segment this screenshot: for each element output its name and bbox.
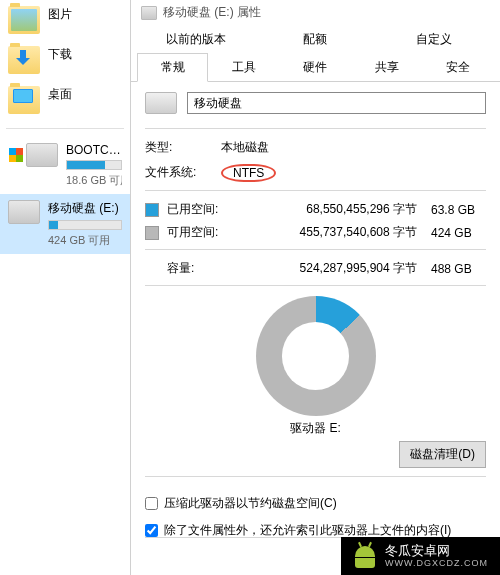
free-space-gb: 424 GB xyxy=(431,226,486,240)
drive-usage-bar xyxy=(66,160,122,170)
compress-label: 压缩此驱动器以节约磁盘空间(C) xyxy=(164,495,337,512)
quick-access-label: 桌面 xyxy=(48,86,72,103)
tab-general[interactable]: 常规 xyxy=(137,53,208,82)
capacity-gb: 488 GB xyxy=(431,262,486,276)
drive-name: 移动硬盘 (E:) xyxy=(48,200,122,217)
downloads-icon xyxy=(8,46,40,74)
filesystem-label: 文件系统: xyxy=(145,164,205,182)
used-space-label: 已用空间: xyxy=(167,201,222,218)
properties-dialog: 移动硬盘 (E:) 属性 以前的版本 配额 自定义 常规 工具 硬件 共享 安全… xyxy=(130,0,500,575)
free-space-label: 可用空间: xyxy=(167,224,222,241)
disk-cleanup-button[interactable]: 磁盘清理(D) xyxy=(399,441,486,468)
tab-security[interactable]: 安全 xyxy=(423,53,494,82)
tab-quota[interactable]: 配额 xyxy=(256,25,375,54)
drive-free-text: 18.6 GB 可用 xyxy=(66,173,122,188)
drive-large-icon xyxy=(145,92,177,114)
tab-previous-versions[interactable]: 以前的版本 xyxy=(137,25,256,54)
drive-icon xyxy=(8,200,40,224)
filesystem-value: NTFS xyxy=(221,164,276,182)
index-checkbox-row[interactable]: 除了文件属性外，还允许索引此驱动器上文件的内容(I) xyxy=(145,522,486,537)
type-value: 本地磁盘 xyxy=(221,139,269,156)
usage-pie-chart xyxy=(256,296,376,416)
tab-tools[interactable]: 工具 xyxy=(208,53,279,82)
drive-name: BOOTCAMP ( xyxy=(66,143,122,157)
type-label: 类型: xyxy=(145,139,205,156)
drive-free-text: 424 GB 可用 xyxy=(48,233,122,248)
tab-sharing[interactable]: 共享 xyxy=(351,53,422,82)
index-checkbox[interactable] xyxy=(145,524,158,537)
desktop-icon xyxy=(8,86,40,114)
index-label: 除了文件属性外，还允许索引此驱动器上文件的内容(I) xyxy=(164,522,451,537)
capacity-label: 容量: xyxy=(167,260,222,277)
watermark-url: WWW.DGXCDZ.COM xyxy=(385,558,488,569)
quick-access-pictures[interactable]: 图片 xyxy=(0,0,130,40)
drive-item-removable[interactable]: 移动硬盘 (E:) 424 GB 可用 xyxy=(0,194,130,254)
quick-access-label: 下载 xyxy=(48,46,72,63)
watermark: 冬瓜安卓网 WWW.DGXCDZ.COM xyxy=(341,537,500,575)
quick-access-downloads[interactable]: 下载 xyxy=(0,40,130,80)
pie-chart-label: 驱动器 E: xyxy=(145,420,486,437)
separator xyxy=(6,128,124,129)
explorer-sidebar: 图片 下载 桌面 BOOTCAMP ( 18.6 GB 可用 移动硬盘 (E:) xyxy=(0,0,130,575)
tab-hardware[interactable]: 硬件 xyxy=(280,53,351,82)
quick-access-label: 图片 xyxy=(48,6,72,23)
tab-content-general: 类型: 本地磁盘 文件系统: NTFS 已用空间: 68,550,455,296… xyxy=(131,82,500,537)
tab-customize[interactable]: 自定义 xyxy=(375,25,494,54)
used-space-gb: 63.8 GB xyxy=(431,203,486,217)
watermark-name: 冬瓜安卓网 xyxy=(385,543,488,559)
drive-usage-bar xyxy=(48,220,122,230)
drive-label-input[interactable] xyxy=(187,92,486,114)
compress-checkbox-row[interactable]: 压缩此驱动器以节约磁盘空间(C) xyxy=(145,495,486,512)
compress-checkbox[interactable] xyxy=(145,497,158,510)
used-space-bytes: 68,550,455,296 字节 xyxy=(230,201,423,218)
capacity-bytes: 524,287,995,904 字节 xyxy=(230,260,423,277)
drive-icon xyxy=(26,143,58,167)
android-icon xyxy=(353,544,377,568)
dialog-title: 移动硬盘 (E:) 属性 xyxy=(131,0,500,25)
used-swatch-icon xyxy=(145,203,159,217)
free-space-bytes: 455,737,540,608 字节 xyxy=(230,224,423,241)
drive-item-bootcamp[interactable]: BOOTCAMP ( 18.6 GB 可用 xyxy=(0,137,130,194)
quick-access-desktop[interactable]: 桌面 xyxy=(0,80,130,120)
pictures-icon xyxy=(8,6,40,34)
tab-strip: 以前的版本 配额 自定义 常规 工具 硬件 共享 安全 xyxy=(131,25,500,82)
free-swatch-icon xyxy=(145,226,159,240)
